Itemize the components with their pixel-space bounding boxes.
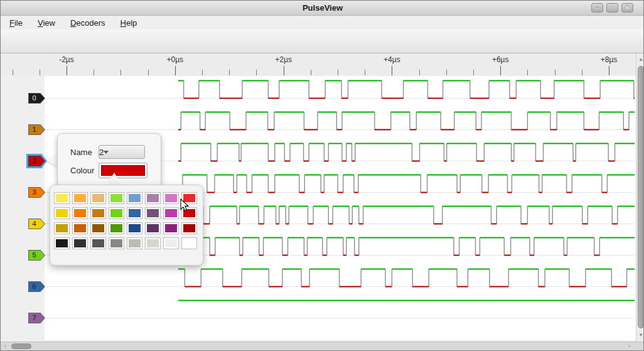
maximize-button[interactable]: ▫ (606, 3, 618, 13)
palette-swatch-r2c8[interactable] (181, 207, 197, 219)
pulseview-window: PulseView – ▫ ✕ FileViewDecodersHelp (0, 0, 644, 351)
popup-tail (47, 154, 57, 167)
swatch-colour (147, 194, 159, 202)
channel-flag-3[interactable]: 3 (28, 187, 45, 198)
swatch-colour (129, 194, 141, 202)
palette-swatch-r1c2[interactable] (72, 192, 88, 204)
swatch-colour (165, 194, 177, 202)
channel-flag-6[interactable]: 6 (28, 281, 45, 292)
ruler-tick (527, 70, 528, 75)
palette-swatch-r2c1[interactable] (54, 207, 70, 219)
swatch-colour (129, 239, 141, 247)
palette-swatch-r3c1[interactable] (54, 222, 70, 234)
colour-palette-popup (50, 185, 203, 266)
palette-swatch-r4c6[interactable] (145, 237, 161, 249)
horizontal-scroll-thumb[interactable] (11, 343, 31, 349)
ruler-label: +0µs (166, 55, 183, 64)
channel-flag-4[interactable]: 4 (28, 219, 45, 229)
ruler-tick (67, 66, 67, 75)
menu-help[interactable]: Help (114, 17, 144, 29)
swatch-colour (165, 224, 177, 232)
name-label: Name (70, 148, 92, 157)
palette-swatch-r1c5[interactable] (127, 192, 142, 204)
window-title: PulseView (1, 3, 644, 13)
ruler-tick (94, 70, 94, 75)
ruler-tick (446, 70, 447, 75)
menubar: FileViewDecodersHelp (1, 16, 644, 30)
palette-swatch-r3c6[interactable] (145, 222, 161, 234)
ruler-label: -2µs (59, 55, 74, 64)
palette-swatch-r3c3[interactable] (90, 222, 106, 234)
swatch-colour (74, 194, 86, 202)
channel-name-value: 2 (99, 148, 104, 157)
palette-swatch-r3c5[interactable] (127, 222, 142, 234)
channel-flag-7[interactable]: 7 (28, 313, 45, 323)
palette-swatch-r2c3[interactable] (90, 207, 106, 219)
palette-swatch-r4c8[interactable] (181, 237, 197, 249)
swatch-colour (74, 239, 86, 247)
palette-swatch-r4c7[interactable] (163, 237, 179, 249)
swatch-colour (92, 209, 104, 217)
titlebar[interactable]: PulseView – ▫ ✕ (1, 1, 644, 16)
palette-swatch-r3c8[interactable] (181, 222, 197, 234)
swatch-colour (183, 194, 195, 202)
ruler-tick (392, 66, 392, 75)
swatch-colour (110, 209, 122, 217)
ruler-tick (338, 70, 338, 75)
horizontal-scrollbar[interactable]: ‹ › (1, 342, 644, 350)
minimize-button[interactable]: – (591, 3, 603, 13)
close-button[interactable]: ✕ (621, 3, 633, 13)
menu-file[interactable]: File (3, 17, 29, 29)
ruler-tick (555, 70, 555, 75)
menu-decoders[interactable]: Decoders (64, 17, 112, 29)
palette-swatch-r4c4[interactable] (109, 237, 124, 249)
palette-swatch-r1c7[interactable] (163, 192, 179, 204)
scroll-up-icon[interactable]: ▲ (636, 57, 644, 62)
ruler-tick (500, 66, 501, 75)
palette-swatch-r1c1[interactable] (54, 192, 70, 204)
scroll-down-icon[interactable]: ▼ (636, 332, 644, 338)
palette-swatch-r3c4[interactable] (109, 222, 124, 234)
palette-swatch-r1c8[interactable] (181, 192, 197, 204)
palette-swatch-r3c7[interactable] (163, 222, 179, 234)
scroll-right-icon[interactable]: › (628, 343, 630, 349)
palette-swatch-r3c2[interactable] (72, 222, 88, 234)
palette-swatch-r1c6[interactable] (145, 192, 161, 204)
palette-swatch-r4c1[interactable] (54, 237, 70, 249)
palette-swatch-r1c4[interactable] (109, 192, 124, 204)
channel-flag-5[interactable]: 5 (28, 250, 45, 261)
swatch-colour (56, 224, 68, 232)
palette-swatch-r2c7[interactable] (163, 207, 179, 219)
channel-number: 1 (28, 125, 40, 134)
channel-flag-0[interactable]: 0 (28, 93, 45, 104)
swatch-colour (147, 224, 159, 232)
channel-flag-2[interactable]: 2 (28, 156, 45, 166)
vertical-scroll-thumb[interactable] (638, 66, 644, 328)
ruler-tick (175, 66, 176, 75)
palette-swatch-r2c6[interactable] (145, 207, 161, 219)
swatch-colour (110, 194, 122, 202)
channel-number: 6 (28, 282, 40, 291)
palette-swatch-r2c4[interactable] (109, 207, 124, 219)
palette-swatch-r4c2[interactable] (72, 237, 88, 249)
dropdown-arrow (104, 151, 109, 154)
swatch-colour (74, 209, 86, 217)
palette-swatch-r4c3[interactable] (90, 237, 106, 249)
colour-label: Colour (70, 166, 94, 175)
colour-palette-grid (54, 192, 197, 249)
channel-name-combo[interactable]: 2 (99, 145, 145, 159)
channel-number: 0 (28, 94, 40, 103)
ruler-tick (121, 70, 121, 75)
ruler-tick (473, 70, 474, 75)
channel-flag-1[interactable]: 1 (28, 124, 45, 135)
scroll-left-icon[interactable]: ‹ (4, 343, 6, 349)
ruler-tick (582, 70, 582, 75)
ruler-tick (609, 66, 609, 75)
palette-swatch-r1c3[interactable] (90, 192, 106, 204)
swatch-colour (110, 224, 122, 232)
palette-swatch-r2c5[interactable] (127, 207, 142, 219)
palette-swatch-r2c2[interactable] (72, 207, 88, 219)
palette-swatch-r4c5[interactable] (127, 237, 142, 249)
menu-view[interactable]: View (31, 17, 62, 29)
vertical-scrollbar[interactable]: ▲ ▼ (636, 53, 644, 342)
